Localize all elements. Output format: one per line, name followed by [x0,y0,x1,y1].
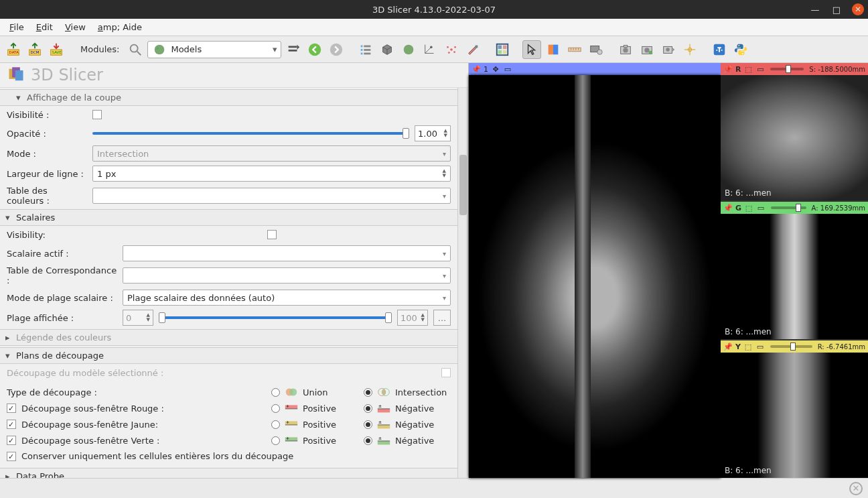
mode-combo[interactable]: Intersection▾ [92,145,451,162]
ruler-icon[interactable] [565,40,584,59]
link-icon[interactable]: ⬚ [744,203,753,212]
scene-view-icon[interactable] [638,40,656,59]
green-slice-slider[interactable] [771,206,806,209]
svg-point-8 [155,44,165,54]
layout-icon[interactable] [493,40,512,59]
green-slice-view[interactable]: 📌 G ⬚ ▭ A: 169.2539mm B: 6: ...men [721,200,868,339]
lut-combo[interactable]: ▾ [123,267,451,284]
menu-file[interactable]: File [5,21,28,34]
python-icon[interactable] [731,40,750,59]
svg-point-49 [666,48,670,52]
svg-text:DCM: DCM [31,50,40,54]
cursor-icon[interactable] [522,40,541,59]
section-data-probe[interactable]: ▸Data Probe [0,468,457,478]
yellow-slice-slider[interactable] [770,345,812,348]
scalar-visibility-label: Visibility: [7,230,87,240]
pin-icon[interactable]: 📌 [723,64,733,74]
clip-green-positive-radio[interactable] [271,436,280,445]
svg-point-13 [330,43,342,55]
pin-icon[interactable]: 📌 [472,64,481,74]
range-mode-combo[interactable]: Plage scalaire des données (auto)▾ [123,290,451,306]
nav-back-icon[interactable] [305,40,324,59]
module-selector[interactable]: Models ▾ [147,41,281,58]
clip-green-negative-radio[interactable] [364,436,372,445]
extensions-icon[interactable] [710,40,729,59]
link-icon[interactable]: ⬚ [743,64,753,74]
window-level-icon[interactable] [544,40,563,59]
volume-rendering-icon[interactable] [378,40,396,59]
range-slider[interactable] [159,316,392,319]
module-history-icon[interactable] [284,40,303,59]
capture-icon[interactable] [616,40,635,59]
close-button[interactable]: ✕ [852,3,864,15]
scalar-visibility-checkbox[interactable] [267,230,277,239]
maximize-view-icon[interactable]: ▭ [755,64,765,74]
threeD-view[interactable]: 📌 1 ✥ ▭ [469,63,721,478]
line-width-spinbox[interactable]: 1 px▲▼ [92,166,451,182]
load-dicom-icon[interactable]: DCM [25,40,44,59]
load-data-icon[interactable]: DATA [4,40,23,59]
menu-view[interactable]: View [61,21,90,34]
pin-icon[interactable]: 📌 [723,203,733,212]
displayed-range-label: Plage affichée : [7,313,117,323]
clip-red-positive-radio[interactable] [271,404,280,413]
nav-forward-icon[interactable] [327,40,346,59]
svg-point-54 [739,45,740,46]
screenshot-settings-icon[interactable] [587,40,605,59]
save-icon[interactable]: SAVE [47,40,66,59]
clip-intersection-radio[interactable] [364,388,372,397]
clip-yellow-checkbox[interactable] [7,420,16,429]
opacity-spinbox[interactable]: 1.00▲▼ [415,125,451,141]
clip-green-label: Découpage sous-fenêtre Verte : [21,436,266,446]
markups-icon[interactable] [442,40,461,59]
toolbar: DATA DCM SAVE Modules: Models ▾ [0,36,868,63]
pin-icon[interactable]: 📌 [723,342,733,351]
clip-union-radio[interactable] [271,388,280,397]
scene-view-menu-icon[interactable] [659,40,678,59]
maximize-view-icon[interactable]: ▭ [503,64,512,74]
segment-editor-icon[interactable] [463,40,482,59]
red-slice-view[interactable]: 📌 R ⬚ ▭ S: -188.5000mm B: 6: ...men [721,63,868,200]
opacity-slider[interactable] [92,132,409,135]
clear-status-icon[interactable]: ✕ [849,482,863,495]
models-icon[interactable] [399,40,418,59]
svg-text:±: ± [378,436,382,441]
threeD-render-area[interactable] [469,75,721,478]
center-icon[interactable]: ✥ [491,64,500,74]
section-color-legend[interactable]: ▸Légende des couleurs [0,329,457,346]
module-search-icon[interactable] [126,40,145,59]
svg-rect-31 [498,50,502,54]
svg-text:±: ± [378,403,382,409]
maximize-view-icon[interactable]: ▭ [756,203,766,212]
link-icon[interactable]: ⬚ [743,342,753,351]
clip-yellow-negative-radio[interactable] [364,420,372,429]
section-slice-display[interactable]: ▾Affichage de la coupe [0,89,457,106]
maximize-view-icon[interactable]: ▭ [755,342,765,351]
svg-point-26 [454,51,456,53]
red-slice-slider[interactable] [770,68,804,70]
range-options-button[interactable]: ... [433,310,451,326]
red-slice-label: B: 6: ...men [725,188,772,198]
menu-edit[interactable]: Edit [32,21,57,34]
minimize-button[interactable]: — [809,3,821,15]
svg-text:±: ± [378,420,382,425]
section-scalars[interactable]: ▾Scalaires [0,209,457,226]
active-scalar-combo[interactable]: ▾ [123,245,451,261]
clip-whole-cells-checkbox[interactable] [7,452,16,461]
menu-help[interactable]: amp; Aide [94,21,146,34]
clip-red-checkbox[interactable] [7,403,16,413]
clip-red-negative-radio[interactable] [364,404,372,413]
transforms-icon[interactable] [421,40,439,59]
yellow-slice-view[interactable]: 📌 Y ⬚ ▭ R: -6.7461mm B: 6: ...men [721,339,868,478]
panel-scrollbar[interactable] [457,88,468,478]
slice-visibility-checkbox[interactable] [92,110,102,119]
crosshair-icon[interactable] [680,40,699,59]
svg-point-47 [649,50,653,54]
maximize-button[interactable]: □ [830,3,843,15]
clip-yellow-positive-radio[interactable] [271,420,280,429]
layout-list-icon[interactable] [356,40,375,59]
svg-text:+: + [286,436,289,441]
clip-green-checkbox[interactable] [7,436,16,445]
section-clipping[interactable]: ▾Plans de découpage [0,347,457,364]
color-table-combo[interactable]: ▾ [92,188,451,204]
